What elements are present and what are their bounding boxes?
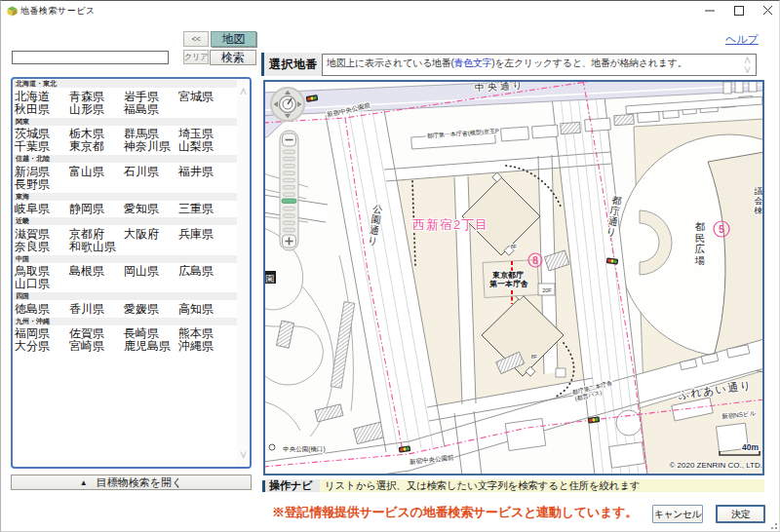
- map-label: © 2020 ZENRIN CO., LTD.: [669, 461, 762, 470]
- map-label: 40m: [742, 442, 759, 452]
- map-label: 20F: [542, 287, 552, 293]
- section-header: 近畿: [13, 217, 239, 225]
- map-label: 園: [266, 274, 275, 284]
- prefecture-item: [178, 278, 237, 290]
- zoom-slider[interactable]: [279, 130, 299, 251]
- prefecture-item[interactable]: 静岡県: [69, 203, 124, 215]
- section-header: 北海道・東北: [13, 80, 239, 88]
- prefecture-item[interactable]: 秋田県: [15, 103, 69, 116]
- ok-button[interactable]: 決定: [716, 505, 765, 523]
- map-canvas[interactable]: 中央通り新宿中央公園前都庁第一本庁舎(模型)京王P西新宿2丁目公園通り都庁通り都…: [263, 80, 764, 475]
- section-header: 九州・沖縄: [13, 318, 239, 325]
- prefecture-item[interactable]: 新潟県: [15, 166, 69, 178]
- app-window: 地番検索サービス << 地図 クリア 検索 北海道・東北北海道青森県岩手県宮城県…: [0, 0, 780, 532]
- app-icon: [7, 6, 18, 17]
- prefecture-item[interactable]: 三重県: [178, 203, 237, 215]
- map-area[interactable]: 中央通り新宿中央公園前都庁第一本庁舎(模型)京王P西新宿2丁目公園通り都庁通り都…: [263, 80, 764, 475]
- landmark-search-button[interactable]: ▲ 目標物検索を開く: [11, 475, 252, 490]
- prefecture-item: [124, 278, 178, 290]
- prefecture-item[interactable]: 千葉県: [15, 140, 69, 153]
- prefecture-item[interactable]: 島根県: [69, 265, 124, 278]
- prefecture-item[interactable]: 香川県: [69, 303, 124, 316]
- prefecture-item[interactable]: 北海道: [15, 91, 69, 103]
- clear-button[interactable]: クリア: [183, 50, 209, 64]
- map-label: 8F: [511, 244, 518, 249]
- prefecture-item[interactable]: 山形県: [69, 103, 124, 116]
- prefecture-item[interactable]: 岐阜県: [15, 203, 69, 215]
- triangle-up-icon: ▲: [80, 478, 88, 487]
- selected-parcel-label: 選択地番: [264, 53, 322, 76]
- prefecture-item: [178, 103, 237, 116]
- collapse-button[interactable]: <<: [183, 31, 209, 47]
- prefecture-item[interactable]: 富山県: [69, 166, 124, 178]
- zoom-level-indicator[interactable]: [282, 199, 296, 204]
- prefecture-item[interactable]: 宮城県: [178, 91, 237, 103]
- notice-text: ※登記情報提供サービスの地番検索サービスと連動しています。: [272, 504, 638, 521]
- prefecture-item[interactable]: 和歌山県: [69, 241, 124, 253]
- prefecture-item[interactable]: 高知県: [178, 303, 237, 316]
- prefecture-item[interactable]: 沖縄県: [178, 340, 237, 353]
- map-label: 第一本庁舎: [488, 280, 528, 288]
- prefecture-item[interactable]: 鹿児島県: [124, 340, 178, 353]
- prefecture-item[interactable]: 山梨県: [178, 140, 237, 153]
- selected-parcel-box: 地図上に表示されている地番(青色文字)を左クリックすると、地番が格納されます。 …: [322, 54, 757, 76]
- nav-label: 操作ナビ: [265, 479, 320, 492]
- prefecture-item[interactable]: 長野県: [15, 178, 69, 191]
- prefecture-list-panel: 北海道・東北北海道青森県岩手県宮城県秋田県山形県福島県関東茨城県栃木県群馬県埼玉…: [11, 77, 252, 469]
- prefecture-item: [69, 178, 124, 191]
- map-label: 中央公園(橋口): [283, 445, 325, 453]
- prefecture-list: 北海道・東北北海道青森県岩手県宮城県秋田県山形県福島県関東茨城県栃木県群馬県埼玉…: [13, 80, 239, 355]
- prefecture-item[interactable]: 石川県: [124, 166, 178, 178]
- prefecture-item[interactable]: 奈良県: [15, 241, 69, 253]
- spin-down-icon[interactable]: ∨: [743, 65, 752, 74]
- prefecture-item: [124, 241, 178, 253]
- scroll-up-icon[interactable]: ∧: [239, 87, 248, 95]
- prefecture-item[interactable]: 広島県: [178, 265, 237, 278]
- maximize-button[interactable]: [724, 1, 754, 20]
- prefecture-item: [69, 278, 124, 290]
- help-link[interactable]: ヘルプ: [725, 32, 759, 47]
- minimize-button[interactable]: [695, 1, 724, 20]
- prefecture-item[interactable]: 岩手県: [124, 91, 178, 103]
- map-compass[interactable]: [270, 87, 305, 122]
- instruction-scrollbar[interactable]: ∧ ∨: [742, 55, 754, 75]
- prefecture-item[interactable]: 岡山県: [124, 265, 178, 278]
- zoom-out-button[interactable]: [283, 133, 296, 146]
- prefecture-item[interactable]: 大阪府: [124, 228, 178, 241]
- prefecture-item[interactable]: 滋賀県: [15, 228, 69, 241]
- prefecture-item[interactable]: 青森県: [69, 91, 124, 103]
- section-header: 東海: [13, 193, 239, 201]
- map-label: 8F: [531, 354, 538, 360]
- search-button[interactable]: 検索: [210, 50, 256, 65]
- instruction-text: 地図上に表示されている地番(青色文字)を左クリックすると、地番が格納されます。: [327, 57, 686, 70]
- prefecture-item[interactable]: 福島県: [124, 103, 178, 116]
- prefecture-item[interactable]: 愛媛県: [124, 303, 178, 316]
- prefecture-item: [178, 241, 237, 253]
- close-button[interactable]: [754, 1, 780, 20]
- resize-grip[interactable]: [768, 520, 777, 529]
- title-bar: 地番検索サービス: [1, 1, 779, 22]
- prefecture-item[interactable]: 兵庫県: [178, 228, 237, 241]
- scroll-down-icon[interactable]: ∨: [239, 450, 248, 459]
- prefecture-item[interactable]: 大分県: [15, 340, 69, 353]
- map-label: 都民広場: [694, 220, 706, 266]
- prefecture-item: [124, 178, 178, 191]
- prefecture-item[interactable]: 山口県: [15, 278, 69, 290]
- prefecture-item[interactable]: 宮崎県: [69, 340, 124, 353]
- map-label: 西新宿2丁目: [412, 217, 488, 232]
- section-header: 四国: [13, 292, 239, 300]
- search-input[interactable]: [12, 51, 169, 64]
- prefecture-item[interactable]: 東京都: [69, 140, 124, 153]
- section-header: 関東: [13, 118, 239, 126]
- prefecture-item[interactable]: 愛知県: [124, 203, 178, 215]
- zoom-in-button[interactable]: [283, 235, 296, 247]
- prefecture-item[interactable]: 京都府: [69, 228, 124, 241]
- section-header: 中国: [13, 255, 239, 263]
- prefecture-item[interactable]: 徳島県: [15, 303, 69, 316]
- map-toggle-button[interactable]: 地図: [211, 31, 256, 47]
- cancel-button[interactable]: キャンセル: [652, 505, 703, 523]
- prefecture-scrollbar[interactable]: ∧ ∨: [237, 79, 250, 467]
- prefecture-item[interactable]: 福井県: [178, 166, 237, 178]
- nav-text: リストから選択、又は検索したい文字列を検索すると住所を絞れます: [320, 479, 764, 492]
- prefecture-item[interactable]: 神奈川県: [124, 140, 178, 153]
